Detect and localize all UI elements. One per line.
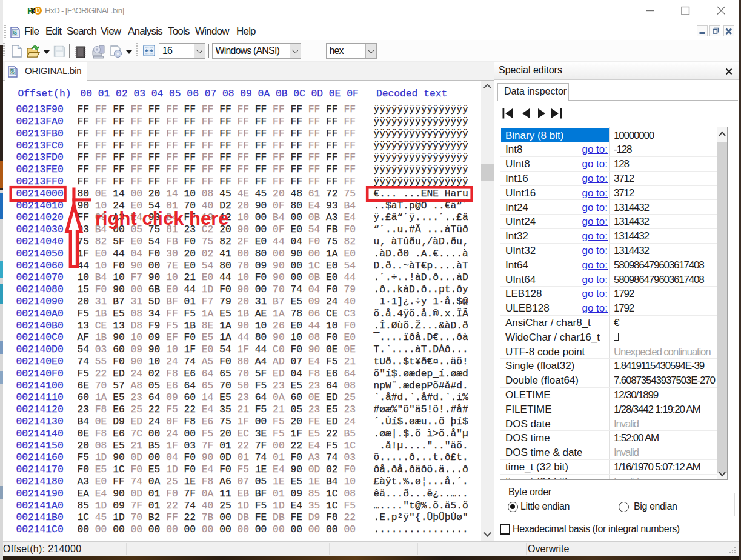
svg-text:AO: AO — [10, 72, 15, 75]
svg-text:right click here: right click here — [95, 208, 229, 229]
